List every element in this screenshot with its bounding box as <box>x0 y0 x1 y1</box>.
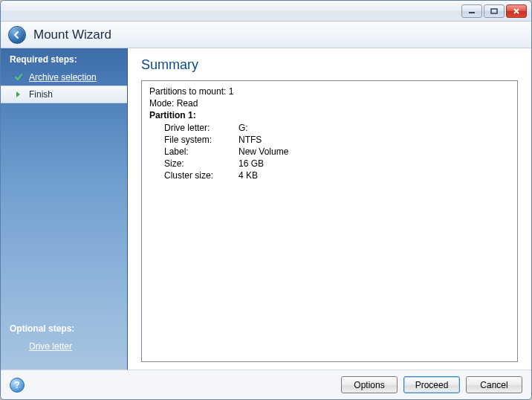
cancel-button[interactable]: Cancel <box>466 376 522 393</box>
arrow-left-icon <box>12 30 22 40</box>
step-label: Finish <box>29 89 53 100</box>
summary-row: File system:NTFS <box>149 134 510 146</box>
summary-box: Partitions to mount: 1 Mode: Read Partit… <box>141 80 518 362</box>
minimize-button[interactable] <box>461 4 482 18</box>
step-label: Archive selection <box>29 72 97 83</box>
sidebar: Required steps: Archive selection Finish… <box>1 48 128 370</box>
help-button[interactable]: ? <box>10 378 25 393</box>
step-archive-selection[interactable]: Archive selection <box>1 69 127 86</box>
wizard-window: Mount Wizard Required steps: Archive sel… <box>0 0 532 400</box>
summary-line: Mode: Read <box>149 97 510 109</box>
main-panel: Summary Partitions to mount: 1 Mode: Rea… <box>128 48 531 370</box>
summary-row: Drive letter:G: <box>149 122 510 134</box>
body: Required steps: Archive selection Finish… <box>1 48 531 370</box>
summary-row: Label:New Volume <box>149 146 510 158</box>
step-drive-letter[interactable]: Drive letter <box>1 338 127 355</box>
summary-row: Size:16 GB <box>149 158 510 170</box>
help-icon: ? <box>14 380 19 390</box>
proceed-button[interactable]: Proceed <box>403 376 460 393</box>
svg-rect-1 <box>491 9 497 13</box>
summary-line: Partitions to mount: 1 <box>149 86 510 97</box>
maximize-button[interactable] <box>484 4 505 18</box>
options-button[interactable]: Options <box>341 376 398 393</box>
partition-header: Partition 1: <box>149 109 510 121</box>
close-button[interactable] <box>506 4 527 18</box>
step-finish[interactable]: Finish <box>1 86 127 103</box>
svg-rect-0 <box>469 12 475 13</box>
back-button[interactable] <box>8 26 26 44</box>
summary-row: Cluster size:4 KB <box>149 170 510 181</box>
spacer-icon <box>14 342 23 351</box>
arrow-right-icon <box>14 90 23 99</box>
required-steps-heading: Required steps: <box>1 48 127 69</box>
check-icon <box>14 73 23 82</box>
titlebar <box>1 1 531 22</box>
footer: ? Options Proceed Cancel <box>1 370 531 399</box>
page-title: Mount Wizard <box>33 28 111 42</box>
step-label: Drive letter <box>29 341 72 352</box>
header: Mount Wizard <box>1 22 531 48</box>
summary-title: Summary <box>141 57 518 73</box>
optional-steps-heading: Optional steps: <box>1 317 127 338</box>
